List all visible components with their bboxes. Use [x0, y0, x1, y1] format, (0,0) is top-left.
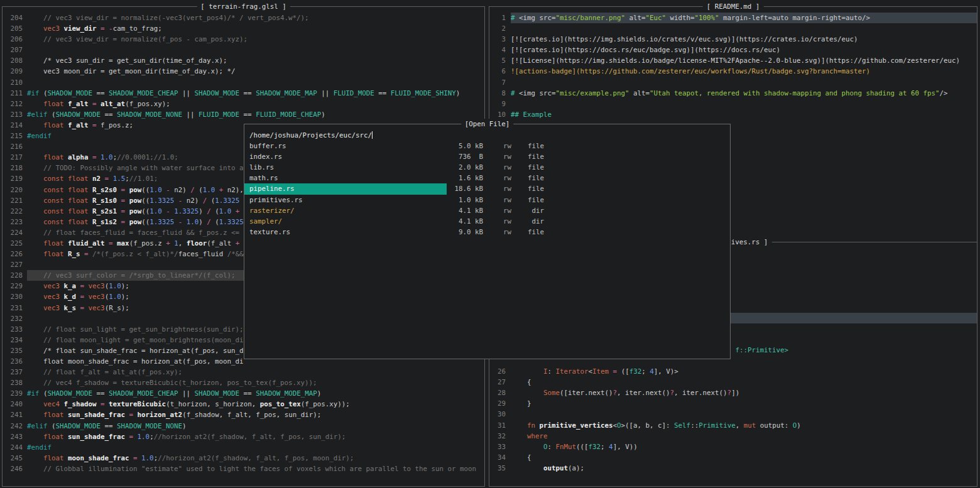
code-line[interactable]: 211#if (SHADOW_MODE == SHADOW_MODE_CHEAP… [3, 88, 484, 99]
line-number: 204 [6, 13, 23, 23]
code-line[interactable]: 30 [489, 409, 977, 420]
code-line[interactable]: 240 vec4 f_shadow = textureBicubic(t_hor… [3, 399, 484, 409]
code-line[interactable]: 34 { [489, 452, 977, 463]
line-number: 217 [6, 152, 23, 163]
line-number: 241 [6, 409, 23, 420]
code-line[interactable]: 5[![License](https://img.shields.io/badg… [489, 55, 977, 66]
line-number: 9 [493, 99, 506, 109]
file-row[interactable]: index.rs736 Brwfile [244, 151, 730, 162]
code-line[interactable]: 241 float sun_shade_frac = horizon_at2(f… [3, 409, 484, 420]
file-row[interactable]: buffer.rs5.0 kBrwfile [244, 141, 730, 151]
code-line[interactable]: 2 [489, 23, 977, 34]
code-line[interactable]: 10## Example [489, 109, 977, 120]
file-size: 9.0 kB [447, 227, 483, 237]
code-line[interactable]: 246 // Globbal illumination "estimate" u… [3, 464, 484, 474]
file-size: 2.0 kB [447, 162, 483, 173]
code-line[interactable]: 4[![crates.io](https://docs.rs/euc/badge… [489, 45, 977, 55]
code-text: #if (SHADOW_MODE == SHADOW_MODE_CHEAP ||… [27, 388, 484, 399]
text-cursor [372, 131, 373, 139]
file-row[interactable]: texture.rs9.0 kBrwfile [244, 227, 730, 237]
line-number: 226 [6, 249, 23, 259]
line-number: 218 [6, 163, 23, 173]
code-line[interactable]: 245 float moon_shade_frac = 1.0;//horizo… [3, 453, 484, 464]
code-line[interactable]: 208 /* vec3 sun_dir = get_sun_dir(time_o… [3, 55, 484, 66]
file-row[interactable]: lib.rs2.0 kBrwfile [244, 162, 730, 173]
line-number: 208 [6, 55, 23, 66]
code-line[interactable]: 9 [489, 99, 977, 109]
line-number: 238 [6, 377, 23, 388]
code-line[interactable]: 206 // vec3 view_dir = normalize(f_pos -… [3, 34, 484, 45]
line-number: 33 [493, 442, 506, 452]
code-line[interactable]: 205 vec3 view_dir = -cam_to_frag; [3, 23, 484, 34]
code-line[interactable]: 213#elif (SHADOW_MODE == SHADOW_MODE_NON… [3, 109, 484, 120]
code-line[interactable]: 28 Some([iter.next()?, iter.next()?, ite… [489, 388, 977, 398]
code-text: { [511, 377, 977, 388]
code-text [511, 23, 977, 34]
line-number: 7 [493, 77, 506, 88]
line-number: 220 [6, 185, 23, 195]
code-text: // vec3 view_dir = normalize(-vec3(vert_… [27, 13, 484, 23]
code-line[interactable]: 7 [489, 77, 977, 88]
line-number: 210 [6, 77, 23, 88]
code-line[interactable]: 204 // vec3 view_dir = normalize(-vec3(v… [3, 13, 484, 23]
file-permissions: rw [483, 216, 511, 227]
code-text: float moon_shade_frac = 1.0;//horizon_at… [27, 453, 484, 464]
path-input[interactable]: /home/joshua/Projects/euc/src/ [244, 130, 730, 141]
code-line[interactable]: 6![actions-badge](https://github.com/zes… [489, 66, 977, 77]
code-text: float f_alt = alt_at(f_pos.xy); [27, 99, 484, 109]
file-permissions: rw [483, 227, 511, 237]
file-name: texture.rs [244, 227, 447, 237]
code-line[interactable]: 242#elif (SHADOW_MODE == SHADOW_MODE_NON… [3, 421, 484, 431]
code-text: // vec3 view_dir = normalize(f_pos - cam… [27, 34, 484, 45]
code-line[interactable]: 210 [3, 77, 484, 88]
code-line[interactable]: 212 float f_alt = alt_at(f_pos.xy); [3, 99, 484, 109]
line-number: 244 [6, 442, 23, 453]
code-text [511, 77, 977, 88]
file-row[interactable]: pipeline.rs18.6 kBrwfile [244, 183, 730, 194]
code-line[interactable]: 243 float sun_shade_frac = 1.0;//horizon… [3, 431, 484, 442]
line-number: 6 [493, 66, 506, 77]
code-line[interactable]: 35 output(a); [489, 463, 977, 474]
code-line[interactable]: 8# <img src="misc/example.png" alt="Utah… [489, 88, 977, 99]
file-row[interactable]: math.rs1.6 kBrwfile [244, 173, 730, 183]
code-line[interactable]: 244#endif [3, 442, 484, 453]
line-number: 30 [493, 409, 506, 420]
file-row[interactable]: sampler/4.1 kBrwdir [244, 216, 730, 227]
line-number: 224 [6, 227, 23, 238]
code-text: where [511, 431, 977, 442]
code-line[interactable]: 239#if (SHADOW_MODE == SHADOW_MODE_CHEAP… [3, 388, 484, 399]
code-line[interactable]: 32 where [489, 431, 977, 442]
code-line[interactable]: 238 // vec4 f_shadow = textureBicubic(t_… [3, 377, 484, 388]
path-text: /home/joshua/Projects/euc/src/ [249, 131, 372, 139]
code-text: // vec4 f_shadow = textureBicubic(t_hori… [27, 377, 484, 388]
code-line[interactable]: 1# <img src="misc/banner.png" alt="Euc" … [489, 13, 977, 23]
code-text: vec4 f_shadow = textureBicubic(t_horizon… [27, 399, 484, 409]
code-line[interactable]: 209 vec3 moon_dir = get_moon_dir(time_of… [3, 66, 484, 77]
file-size: 1.6 kB [447, 173, 483, 183]
open-file-dialog[interactable]: [Open File] /home/joshua/Projects/euc/sr… [244, 124, 731, 359]
line-number: 233 [6, 324, 23, 335]
code-text [511, 99, 977, 109]
line-number: 215 [6, 131, 23, 141]
line-number: 8 [493, 88, 506, 99]
line-number: 230 [6, 291, 23, 302]
line-number: 2 [493, 23, 506, 34]
code-line[interactable]: 29 } [489, 398, 977, 409]
line-number: 235 [6, 345, 23, 356]
code-text: I: Iterator<Item = ([f32; 4], V)> [511, 366, 977, 377]
code-line[interactable]: 237 // float f_alt = alt_at(f_pos.xy); [3, 367, 484, 377]
file-row[interactable]: rasterizer/4.1 kBrwdir [244, 205, 730, 216]
file-row[interactable]: primitives.rs1.0 kBrwfile [244, 195, 730, 205]
code-line[interactable]: 27 { [489, 377, 977, 388]
file-list[interactable]: buffer.rs5.0 kBrwfileindex.rs736 Brwfile… [244, 141, 730, 237]
code-line[interactable]: 26 I: Iterator<Item = ([f32; 4], V)> [489, 366, 977, 377]
line-number: 222 [6, 206, 23, 217]
code-line[interactable]: 31 fn primitive_vertices<O>([a, b, c]: S… [489, 420, 977, 431]
code-text: // float f_alt = alt_at(f_pos.xy); [27, 367, 484, 377]
code-line[interactable]: 207 [3, 45, 484, 55]
code-line[interactable]: 3[![crates.io](https://img.shields.io/cr… [489, 34, 977, 45]
line-number: 231 [6, 303, 23, 313]
code-text [511, 409, 977, 420]
code-line[interactable]: 33 O: FnMut(([f32; 4], V)) [489, 442, 977, 452]
line-number: 216 [6, 141, 23, 152]
